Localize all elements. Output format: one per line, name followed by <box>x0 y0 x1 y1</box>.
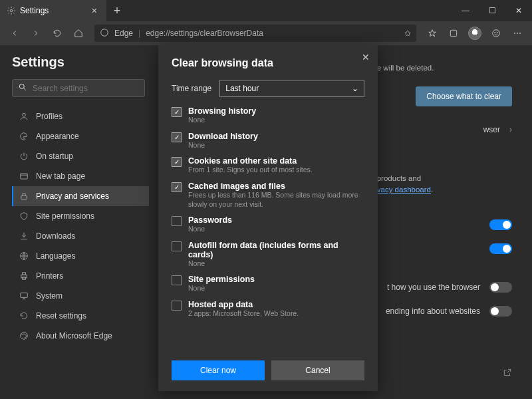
checkbox[interactable] <box>172 216 182 226</box>
checkbox-row[interactable]: ✓Cookies and other site dataFrom 1 site.… <box>172 156 364 175</box>
separator: | <box>138 29 140 38</box>
search-input[interactable] <box>33 84 139 93</box>
svg-point-0 <box>10 9 13 12</box>
browser-label: Edge <box>114 29 133 38</box>
sidebar-item-label: Site permissions <box>36 211 94 221</box>
external-link-icon[interactable] <box>503 368 512 379</box>
checkbox[interactable]: ✓ <box>172 157 182 167</box>
checkbox-row[interactable]: PasswordsNone <box>172 215 364 234</box>
maximize-button[interactable]: ☐ <box>479 0 505 21</box>
titlebar: Settings × + — ☐ ✕ <box>0 0 532 21</box>
time-range-label: Time range <box>172 84 211 93</box>
choose-what-to-clear-button[interactable]: Choose what to clear <box>416 86 512 106</box>
power-icon <box>19 151 29 162</box>
checkbox[interactable] <box>172 241 182 251</box>
toggle-1[interactable] <box>489 219 512 230</box>
settings-search[interactable] <box>12 79 145 97</box>
sidebar-item-label: Downloads <box>36 231 75 241</box>
clear-browsing-data-dialog: ✕ Clear browsing data Time range Last ho… <box>158 45 378 391</box>
sidebar-item-label: Privacy and services <box>36 192 109 201</box>
read-aloud-icon[interactable]: ✩ <box>404 29 411 38</box>
checkbox-row[interactable]: Autofill form data (includes forms and c… <box>172 241 364 269</box>
chevron-right-icon[interactable]: › <box>509 125 512 134</box>
download-icon <box>19 231 29 241</box>
sidebar-item-reset-settings[interactable]: Reset settings <box>12 306 149 326</box>
checkbox-title: Passwords <box>188 215 232 225</box>
sidebar-item-new-tab-page[interactable]: New tab page <box>12 166 149 186</box>
checkbox-subtitle: None <box>188 116 256 125</box>
checkbox[interactable] <box>172 301 182 311</box>
sidebar-item-languages[interactable]: Languages <box>12 246 149 266</box>
time-range-select[interactable]: Last hour ⌄ <box>219 80 364 97</box>
checkbox-row[interactable]: Hosted app data2 apps: Microsoft Store, … <box>172 300 364 319</box>
sidebar-item-site-permissions[interactable]: Site permissions <box>12 206 149 226</box>
reset-icon <box>19 311 29 321</box>
printer-icon <box>19 271 29 281</box>
svg-point-6 <box>19 84 24 88</box>
sidebar-item-system[interactable]: System <box>12 286 149 306</box>
checkbox-subtitle: None <box>188 284 255 293</box>
checkbox[interactable]: ✓ <box>172 182 182 192</box>
sidebar-item-downloads[interactable]: Downloads <box>12 226 149 246</box>
svg-rect-11 <box>21 275 27 278</box>
back-button[interactable] <box>5 24 24 43</box>
checkbox-row[interactable]: ✓Download historyNone <box>172 132 364 150</box>
minimize-button[interactable]: — <box>452 0 479 21</box>
checkbox-row[interactable]: Site permissionsNone <box>172 275 364 293</box>
svg-point-4 <box>495 32 495 33</box>
checkbox-row[interactable]: ✓Browsing historyNone <box>172 106 364 125</box>
checkbox-title: Browsing history <box>188 106 256 116</box>
clear-now-button[interactable]: Clear now <box>172 360 265 380</box>
chevron-down-icon: ⌄ <box>352 84 358 93</box>
favorite-button[interactable] <box>423 24 442 43</box>
tab-title: Settings <box>20 6 49 15</box>
checkbox-row[interactable]: ✓Cached images and filesFrees up less th… <box>172 182 364 209</box>
sidebar-item-printers[interactable]: Printers <box>12 266 149 286</box>
checkbox-subtitle: From 1 site. Signs you out of most sites… <box>188 166 313 175</box>
search-icon <box>18 82 27 94</box>
row-browser-text: wser <box>483 125 500 134</box>
sidebar-item-privacy-and-services[interactable]: Privacy and services <box>12 186 149 206</box>
row-use-text: t how you use the browser <box>387 283 480 292</box>
checkbox-title: Download history <box>188 132 258 141</box>
cancel-button[interactable]: Cancel <box>271 360 364 380</box>
svg-rect-13 <box>23 277 26 280</box>
forward-button[interactable] <box>27 24 45 43</box>
svg-rect-12 <box>23 273 26 275</box>
checkbox[interactable]: ✓ <box>172 132 182 142</box>
toggle-4[interactable] <box>489 306 512 317</box>
profile-button[interactable] <box>466 24 484 43</box>
menu-button[interactable]: ⋯ <box>508 24 527 43</box>
sidebar-item-label: On startup <box>36 152 73 161</box>
svg-rect-2 <box>450 30 456 36</box>
dialog-close-button[interactable]: ✕ <box>362 52 370 63</box>
checkbox-title: Cached images and files <box>188 182 364 191</box>
feedback-button[interactable] <box>487 24 505 43</box>
sidebar-item-label: Reset settings <box>36 311 86 321</box>
svg-point-3 <box>493 30 500 37</box>
window-close-button[interactable]: ✕ <box>505 0 532 21</box>
refresh-button[interactable] <box>48 24 66 43</box>
sidebar-item-label: About Microsoft Edge <box>36 331 112 340</box>
browser-tab[interactable]: Settings × <box>0 0 106 21</box>
home-button[interactable] <box>69 24 88 43</box>
toolbar: Edge | edge://settings/clearBrowserData … <box>0 21 532 45</box>
new-tab-button[interactable]: + <box>106 0 128 21</box>
tab-close-icon[interactable]: × <box>89 5 100 16</box>
sidebar-item-profiles[interactable]: Profiles <box>12 106 149 126</box>
address-bar[interactable]: Edge | edge://settings/clearBrowserData … <box>94 25 416 42</box>
checkbox-subtitle: None <box>188 259 364 269</box>
toggle-2[interactable] <box>489 243 512 254</box>
sidebar-item-on-startup[interactable]: On startup <box>12 146 149 166</box>
svg-rect-9 <box>21 196 27 199</box>
collections-button[interactable] <box>444 24 463 43</box>
checkbox[interactable]: ✓ <box>172 107 182 117</box>
sidebar-item-about-microsoft-edge[interactable]: About Microsoft Edge <box>12 326 149 346</box>
edge-icon <box>100 28 109 39</box>
shield-icon <box>19 211 29 221</box>
user-icon <box>19 111 29 122</box>
checkbox[interactable] <box>172 275 182 285</box>
sidebar-item-appearance[interactable]: Appearance <box>12 126 149 146</box>
svg-rect-8 <box>21 174 28 179</box>
toggle-3[interactable] <box>489 282 512 293</box>
